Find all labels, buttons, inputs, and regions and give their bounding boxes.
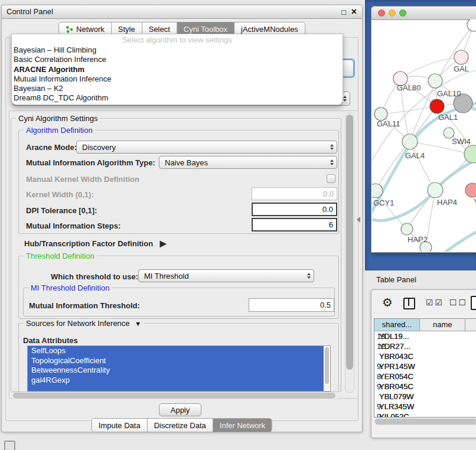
table-horizontal-scrollbar[interactable]	[374, 418, 476, 425]
node-label: GAL10	[437, 89, 461, 98]
close-window-icon[interactable]	[378, 9, 385, 17]
table-header-row: shared... name	[374, 319, 476, 331]
settings-vertical-scrollbar[interactable]	[345, 113, 354, 393]
node-labels: GAL GAL80 GAL10 GAL1 GAL11 SWI4 GAL4 GCY…	[373, 64, 476, 244]
node-label: GAL80	[397, 83, 420, 92]
screen: Control Panel □ × Network Style Select C…	[0, 0, 476, 450]
node-label: Y	[474, 197, 476, 206]
chevron-updown-icon	[343, 92, 347, 105]
attribute-item[interactable]: BetweennessCentrality	[28, 366, 324, 376]
chevron-updown-icon	[330, 156, 334, 168]
node-label: GCY1	[373, 198, 394, 207]
control-panel-titlebar: Control Panel □ ×	[2, 5, 362, 19]
attributes-list-scrollbar[interactable]	[324, 347, 330, 390]
node-table[interactable]: shared... name YDL19...YDL19...13 YDR27.…	[374, 318, 476, 418]
network-window-titlebar[interactable]	[371, 6, 476, 20]
dropdown-item[interactable]: Bayesian – K2	[12, 84, 343, 93]
table-row[interactable]: YER054CYER054C8.	[374, 371, 476, 381]
dpi-tolerance-label: DPI Tolerance [0,1]:	[26, 206, 97, 215]
table-row[interactable]: YDR27...YDR27...12	[374, 341, 476, 351]
table-panel-title: Table Panel	[376, 275, 416, 284]
dropdown-item[interactable]: Mutual Information Inference	[12, 74, 343, 84]
tab-impute-data[interactable]: Impute Data	[92, 419, 148, 432]
node-gal-partial[interactable]	[454, 50, 468, 64]
dpi-tolerance-field[interactable]	[252, 203, 337, 216]
data-attributes-list[interactable]: SelfLoops TopologicalCoefficient Between…	[27, 345, 331, 392]
column-header-name[interactable]: name	[420, 319, 465, 331]
mi-steps-field[interactable]	[252, 218, 337, 231]
node-hap4[interactable]	[428, 182, 443, 198]
node-label: HAP2	[407, 235, 428, 244]
file-icon[interactable]	[471, 296, 476, 310]
node-gal4[interactable]	[402, 134, 418, 149]
tab-discretize-data[interactable]: Discretize Data	[148, 419, 213, 432]
attribute-item[interactable]: gal4RGexp	[28, 376, 324, 386]
table-row[interactable]: YIL052CYIL052C9	[374, 412, 476, 418]
mi-threshold-field[interactable]	[249, 298, 334, 312]
aracne-mode-combobox[interactable]: Discovery	[76, 141, 337, 154]
control-panel-title: Control Panel	[6, 7, 53, 16]
table-panel-titlebar: Table Panel	[365, 270, 476, 289]
mi-threshold-label: Mutual Information Threshold:	[29, 301, 140, 310]
data-attributes-label: Data Attributes	[23, 336, 78, 345]
attribute-item[interactable]: SelfLoops	[28, 346, 324, 356]
table-row[interactable]: YBR045CYBR045C9.	[374, 381, 476, 392]
network-view-window[interactable]: GAL GAL80 GAL10 GAL1 GAL11 SWI4 GAL4 GCY…	[371, 6, 476, 253]
aracne-mode-label: Aracne Mode:	[26, 143, 77, 152]
node-gal11[interactable]	[374, 107, 387, 120]
minimized-panel-icon[interactable]	[4, 441, 15, 450]
clear-all-checks-icon[interactable]: ☐☐	[449, 298, 468, 307]
dropdown-item-highlighted[interactable]: ARACNE Algorithm	[12, 65, 343, 74]
node-label: SWI4	[452, 137, 471, 146]
mi-type-label: Mutual Information Algorithm Type:	[26, 158, 155, 167]
node-salmon[interactable]	[465, 183, 476, 197]
node-gal10[interactable]	[428, 74, 442, 88]
table-panel-window: ⚙ ☑☑ ☐☐ shared... name YDL19...YDL19...1…	[371, 289, 476, 438]
node-gal1-selected[interactable]	[430, 99, 444, 113]
network-canvas[interactable]: GAL GAL80 GAL10 GAL1 GAL11 SWI4 GAL4 GCY…	[372, 19, 476, 252]
column-header-shared-name[interactable]: shared...	[374, 319, 420, 331]
manual-kernel-label: Manual Kernel Width Definition	[26, 175, 139, 184]
cyni-bottom-tabbar: Impute Data Discretize Data Infer Networ…	[92, 418, 272, 432]
node-label: HAP4	[437, 198, 457, 207]
cyni-settings-group-title: Cyni Algorithm Settings	[16, 114, 100, 123]
node[interactable]	[467, 19, 476, 31]
manual-kernel-checkbox[interactable]	[327, 174, 335, 183]
mi-type-combobox[interactable]: Naive Bayes	[159, 156, 337, 169]
sources-group-title[interactable]: Sources for Network Inference ▼	[24, 319, 144, 328]
hub-definition-expander[interactable]: Hub/Transcription Factor Definition ▶	[24, 239, 167, 248]
table-row[interactable]: YPR145WYPR145W9.	[374, 361, 476, 371]
gear-icon[interactable]: ⚙	[382, 295, 393, 309]
kernel-width-label: Kernel Width (0,1):	[26, 190, 94, 199]
close-panel-icon[interactable]: ×	[351, 6, 357, 17]
dropdown-item[interactable]: Dream8 DC_TDC Algorithm	[12, 93, 343, 103]
apply-button[interactable]: Apply	[159, 403, 201, 416]
chevron-updown-icon	[307, 270, 311, 282]
dropdown-item[interactable]: Basic Correlation Inference	[12, 55, 343, 64]
table-row[interactable]: YBR043CYBR043C	[374, 351, 476, 361]
columns-icon[interactable]	[403, 298, 415, 309]
settings-horizontal-scrollbar[interactable]	[12, 392, 339, 399]
mi-threshold-group-title: MI Threshold Definition	[28, 283, 112, 292]
float-panel-icon[interactable]: □	[341, 8, 346, 17]
network-icon	[66, 25, 73, 33]
node-hap2[interactable]	[401, 223, 413, 235]
attribute-item[interactable]: TopologicalCoefficient	[28, 356, 324, 366]
chevron-updown-icon	[330, 141, 334, 153]
zoom-window-icon[interactable]	[399, 9, 406, 17]
minimize-window-icon[interactable]	[389, 9, 396, 17]
kernel-width-field[interactable]	[252, 187, 337, 200]
which-threshold-combobox[interactable]: MI Threshold	[138, 269, 314, 282]
table-row[interactable]: YDL19...YDL19...13	[374, 331, 476, 341]
table-row[interactable]: YBL079WYBL079W	[374, 392, 476, 402]
node-label: GAL	[454, 64, 469, 73]
table-row[interactable]: YLR345WYLR345W9.	[374, 402, 476, 412]
select-all-checks-icon[interactable]: ☑☑	[426, 298, 444, 307]
node-gcy1[interactable]	[372, 184, 383, 198]
algorithm-definition-title: Algorithm Definition	[24, 126, 95, 135]
panel-splitter-handle[interactable]	[357, 217, 360, 223]
tab-infer-network[interactable]: Infer Network	[213, 419, 272, 432]
dropdown-item[interactable]: Bayesian – Hill Climbing	[12, 45, 343, 55]
control-panel-window: Control Panel □ × Network Style Select C…	[1, 5, 363, 432]
column-header-partial[interactable]	[465, 319, 476, 331]
